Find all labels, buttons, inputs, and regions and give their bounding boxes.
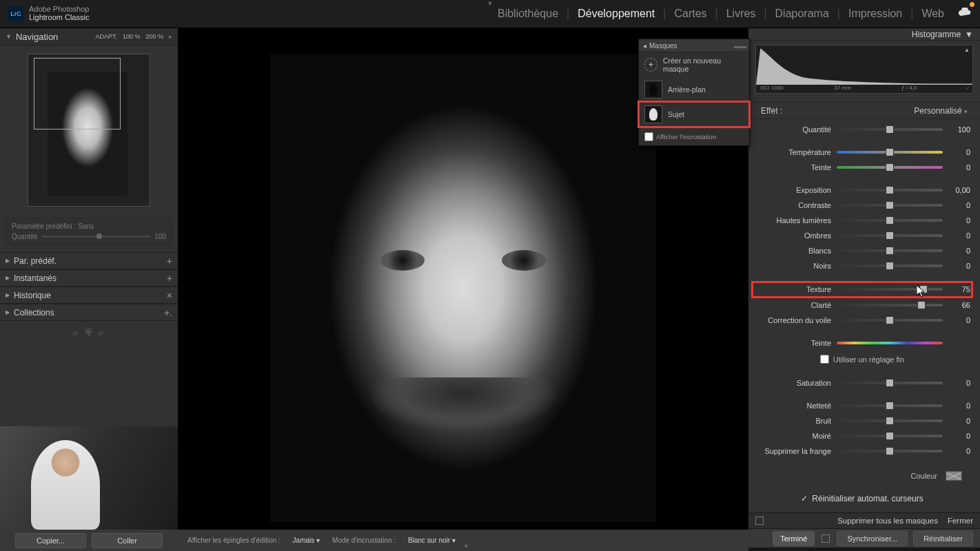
zoom-200[interactable]: 200 % xyxy=(145,33,163,40)
mask-label: Arrière-plan xyxy=(668,85,706,94)
module-impression[interactable]: Impression xyxy=(848,8,902,20)
slider-temprature[interactable]: Température0 xyxy=(753,146,972,159)
masks-footer: Supprimer tous les masques Fermer xyxy=(748,512,980,528)
overlay-value[interactable]: Blanc sur noir xyxy=(408,537,450,544)
delete-all-masks[interactable]: Supprimer tous les masques xyxy=(837,517,938,525)
histo-focal: 37 mm xyxy=(834,85,850,93)
module-web[interactable]: Web xyxy=(921,8,944,20)
app-logo: LrC Adobe Photoshop Lightroom Classic xyxy=(8,6,89,21)
accordion-collections[interactable]: ▶Collections+. xyxy=(0,304,178,321)
masks-title: Masques xyxy=(649,42,677,50)
slider-hue[interactable]: Teinte xyxy=(753,337,972,350)
histogram-header[interactable]: Histogramme▼ xyxy=(748,28,980,41)
slider-ombres[interactable]: Ombres0 xyxy=(753,229,972,242)
pins-label: Afficher les épingles d'édition : xyxy=(187,537,280,544)
module-switcher: Bibliothèque|Développement|Cartes|Livres… xyxy=(498,8,972,20)
preset-label: Paramètre prédéfini : xyxy=(12,222,76,230)
slider-correctionduvoile[interactable]: Correction du voile0 xyxy=(753,314,972,327)
slider-nettet[interactable]: Netteté0 xyxy=(753,399,972,413)
accordion-instantans[interactable]: ▶Instantanés+ xyxy=(0,269,178,287)
show-overlay-check[interactable]: Afficher l'incrustation xyxy=(639,127,749,145)
accordion-historique[interactable]: ▶Historique× xyxy=(0,287,178,304)
preset-amount-box: Paramètre prédéfini : Sans Quantité 100 xyxy=(6,218,172,245)
mask-thumb-background xyxy=(644,81,662,98)
color-swatch[interactable] xyxy=(946,471,962,481)
slider-bruit[interactable]: Bruit0 xyxy=(753,415,972,428)
preset-qty-value: 100 xyxy=(154,233,166,240)
module-développement[interactable]: Développement xyxy=(578,8,655,20)
photo-preview xyxy=(270,54,656,522)
slider-clart[interactable]: Clarté66 xyxy=(753,299,972,312)
center-footer: Afficher les épingles d'édition : Jamais… xyxy=(178,530,748,551)
done-button[interactable]: Terminé xyxy=(773,531,815,546)
module-diaporama[interactable]: Diaporama xyxy=(775,8,829,20)
slider-texture[interactable]: Texture75 xyxy=(753,282,972,297)
create-mask-label: Créer un nouveau masque xyxy=(663,56,744,73)
webcam-overlay xyxy=(0,426,178,530)
histogram[interactable]: ▲▲ ISO 1000 37 mm ƒ / 4,0 ⁄ xyxy=(755,45,973,94)
overlay-label: Mode d'incrustation : xyxy=(332,537,396,544)
preset-qty-label: Quantité xyxy=(12,233,38,240)
nav-title: Navigation xyxy=(16,32,58,42)
left-panel: ▼Navigation ADAPT. 100 % 200 % ▸ Paramèt… xyxy=(0,28,178,548)
pins-value[interactable]: Jamais xyxy=(293,537,315,544)
module-cartes[interactable]: Cartes xyxy=(674,8,706,20)
preset-value: Sans xyxy=(78,222,94,230)
masks-panel[interactable]: ◂Masques▬▬ + Créer un nouveau masque Arr… xyxy=(638,39,750,146)
slider-contraste[interactable]: Contraste0 xyxy=(753,199,972,212)
mask-label: Sujet xyxy=(668,110,684,118)
navigation-header[interactable]: ▼Navigation ADAPT. 100 % 200 % ▸ xyxy=(0,28,178,45)
mask-thumb-subject xyxy=(644,105,662,123)
zoom-mode[interactable]: ADAPT. xyxy=(95,33,117,40)
effect-preset[interactable]: Personnalisé xyxy=(914,106,961,116)
close-masks[interactable]: Fermer xyxy=(948,517,973,525)
before-after-icon[interactable] xyxy=(755,517,764,525)
slider-quantit[interactable]: Quantité100 xyxy=(753,123,972,136)
fine-tune-check[interactable]: Utiliser un réglage fin xyxy=(753,352,972,367)
right-panel: ◂Masques▬▬ + Créer un nouveau masque Arr… xyxy=(748,28,980,548)
slider-moir[interactable]: Moiré0 xyxy=(753,430,972,443)
effect-header: Effet : Personnalisé ▾ xyxy=(748,102,980,118)
navigator-thumbnail[interactable] xyxy=(28,54,150,207)
auto-reset-sliders[interactable]: ✓Réinitialiser automat. curseurs xyxy=(753,489,972,508)
preset-qty-slider[interactable] xyxy=(42,236,151,238)
color-row[interactable]: Couleur xyxy=(753,468,972,484)
histo-iso: ISO 1000 xyxy=(760,85,784,93)
slider-teinte[interactable]: Teinte0 xyxy=(753,161,972,174)
slider-hauteslumires[interactable]: Hautes lumières0 xyxy=(753,214,972,227)
switch-icon[interactable] xyxy=(821,534,830,543)
slider-saturation[interactable]: Saturation0 xyxy=(753,377,972,390)
sync-button[interactable]: Synchroniser... xyxy=(837,531,908,546)
copy-button[interactable]: Copier... xyxy=(15,533,86,548)
module-livres[interactable]: Livres xyxy=(726,8,756,20)
app-title-2: Lightroom Classic xyxy=(29,14,89,22)
reset-button[interactable]: Réinitialiser xyxy=(913,531,973,546)
navigator-crop-box[interactable] xyxy=(34,58,121,129)
slider-blancs[interactable]: Blancs0 xyxy=(753,245,972,258)
effect-label: Effet : xyxy=(761,106,782,116)
histo-aperture: ƒ / 4,0 xyxy=(901,85,917,93)
create-new-mask[interactable]: + Créer un nouveau masque xyxy=(639,52,749,77)
mask-item-subject[interactable]: Sujet xyxy=(639,102,749,127)
ornament: ⸙ ❦ ⸙ xyxy=(0,321,178,343)
histo-flash: ⁄ xyxy=(968,85,968,93)
accordion-parprdf[interactable]: ▶Par. prédéf.+ xyxy=(0,252,178,269)
zoom-100[interactable]: 100 % xyxy=(123,33,141,40)
cloud-sync-icon[interactable] xyxy=(952,8,972,20)
mask-item-background[interactable]: Arrière-plan xyxy=(639,77,749,102)
app-badge: LrC xyxy=(8,6,23,21)
paste-button[interactable]: Coller xyxy=(92,533,163,548)
plus-icon: + xyxy=(644,58,657,72)
slider-exposition[interactable]: Exposition0,00 xyxy=(753,184,972,197)
module-bibliothèque[interactable]: Bibliothèque xyxy=(498,8,558,20)
slider-noirs[interactable]: Noirs0 xyxy=(753,260,972,273)
slider-supprimerlafrange[interactable]: Supprimer la frange0 xyxy=(753,445,972,458)
